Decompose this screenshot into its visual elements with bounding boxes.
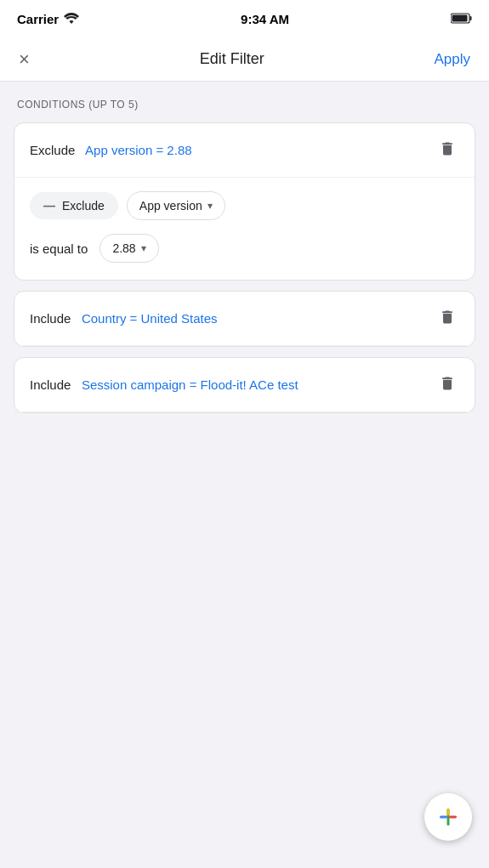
editor-type-field-row: — Exclude App version ▾ [30,191,459,220]
field-dropdown-label: App version [139,199,202,213]
add-condition-fab[interactable] [424,793,472,841]
filter-type-label-1: Exclude [30,143,75,157]
trash-icon-2 [439,309,456,326]
svg-rect-2 [452,14,467,21]
status-bar: Carrier 9:34 AM [0,0,489,37]
nav-bar: × Edit Filter Apply [0,37,489,82]
wifi-icon [64,12,79,26]
filter-detail-2: Country = United States [82,311,218,326]
value-dropdown-button[interactable]: 2.88 ▾ [100,234,158,263]
filter-card-3: Include Session campaign = Flood-it! ACe… [14,357,475,413]
google-plus-icon [436,805,460,829]
filter-summary-row-2: Include Country = United States [14,292,475,346]
filter-editor-1: — Exclude App version ▾ is equal to 2.88… [14,178,475,280]
delete-filter-1-button[interactable] [435,137,459,163]
conditions-section-label: CONDITIONS (UP TO 5) [14,99,475,111]
filter-summary-row-1: Exclude App version = 2.88 [14,123,475,178]
svg-rect-4 [440,816,447,819]
filter-type-label-3: Include [30,377,71,392]
status-bar-left: Carrier [17,12,79,26]
condition-value-row: is equal to 2.88 ▾ [30,234,459,263]
field-dropdown-button[interactable]: App version ▾ [127,191,225,220]
apply-button[interactable]: Apply [430,48,474,71]
delete-filter-3-button[interactable] [435,372,459,398]
trash-icon-1 [439,140,456,157]
status-bar-time: 9:34 AM [241,12,289,26]
page-title: Edit Filter [200,50,264,68]
trash-icon-3 [439,375,456,392]
main-content: CONDITIONS (UP TO 5) Exclude App version… [0,82,489,440]
filter-card-2: Include Country = United States [14,291,475,347]
type-pill-label: Exclude [62,199,105,213]
condition-label: is equal to [30,241,88,256]
filter-summary-text-1: Exclude App version = 2.88 [30,143,192,157]
exclude-type-button[interactable]: — Exclude [30,192,118,219]
status-bar-right [451,12,472,26]
filter-type-label-2: Include [30,311,71,326]
svg-rect-5 [449,816,457,819]
filter-detail-3: Session campaign = Flood-it! ACe test [82,377,299,392]
svg-rect-6 [447,808,450,815]
delete-filter-2-button[interactable] [435,305,459,332]
dash-icon: — [43,199,55,213]
filter-card-1: Exclude App version = 2.88 — Exclude App… [14,122,475,281]
field-chevron-icon: ▾ [208,200,213,212]
carrier-label: Carrier [17,12,59,26]
filter-summary-text-2: Include Country = United States [30,311,218,326]
close-button[interactable]: × [15,47,33,72]
filter-summary-text-3: Include Session campaign = Flood-it! ACe… [30,377,299,392]
value-chevron-icon: ▾ [141,242,146,254]
battery-icon [451,12,472,26]
filter-detail-1: App version = 2.88 [85,143,192,157]
value-dropdown-label: 2.88 [112,241,135,255]
svg-rect-1 [469,16,471,20]
filter-summary-row-3: Include Session campaign = Flood-it! ACe… [14,358,475,412]
